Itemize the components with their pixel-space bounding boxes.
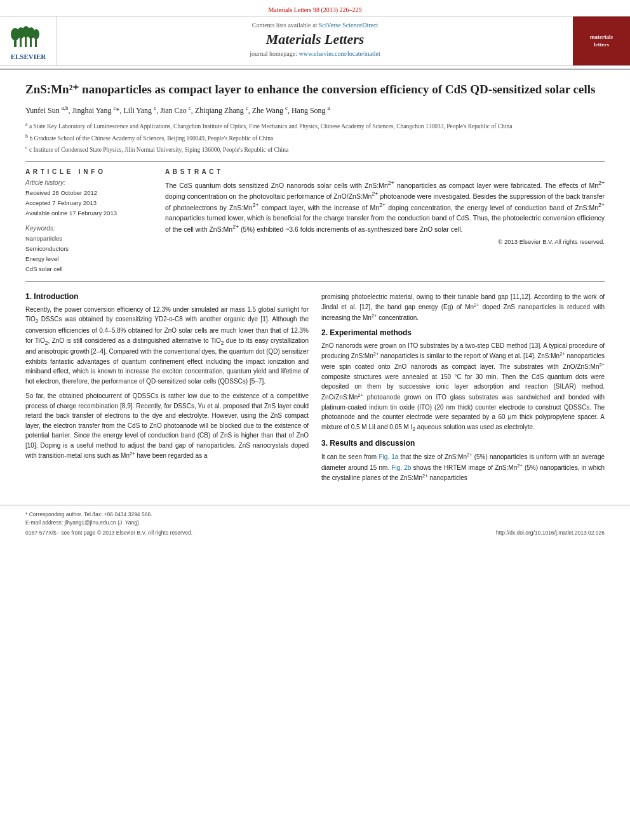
article-authors: Yunfei Sun a,b, Jinghai Yang c*, Lili Ya… — [25, 103, 605, 117]
footer-bottom: 0167-577X/$ - see front page © 2013 Else… — [25, 530, 605, 536]
keyword-2: Semiconductors — [25, 244, 152, 254]
abstract-text: The CdS quantum dots sensitized ZnO nano… — [165, 179, 605, 234]
info-abstract-cols: A R T I C L E I N F O Article history: R… — [25, 168, 605, 275]
affiliations: a a State Key Laboratory of Luminescence… — [25, 121, 605, 154]
keywords-section: Keywords: Nanoparticles Semiconductors E… — [25, 225, 152, 275]
journal-banner: ELSEVIER Contents lists available at Sci… — [0, 16, 630, 66]
keyword-4: CdS solar cell — [25, 264, 152, 274]
elsevier-logo: ELSEVIER — [11, 20, 46, 62]
abstract-col: A B S T R A C T The CdS quantum dots sen… — [165, 168, 605, 275]
accepted-date: Accepted 7 February 2013 — [25, 198, 152, 208]
corresponding-tel: * Corresponding author. Tel./fax: +86 04… — [25, 510, 605, 519]
received-date: Received 28 October 2012 — [25, 188, 152, 198]
intro-paragraph-2: So far, the obtained photocurrent of QDS… — [25, 391, 309, 461]
svg-rect-4 — [25, 37, 27, 47]
article-info-col: A R T I C L E I N F O Article history: R… — [25, 168, 152, 275]
intro-paragraph-1: Recently, the power conversion efficienc… — [25, 305, 309, 387]
section1-title: 1. Introduction — [25, 292, 309, 301]
article-dates: Received 28 October 2012 Accepted 7 Febr… — [25, 188, 152, 218]
keyword-3: Energy level — [25, 254, 152, 264]
copyright: © 2013 Elsevier B.V. All rights reserved… — [165, 238, 605, 245]
affil-b: b b Graduate School of the Chinese Acade… — [25, 133, 605, 143]
elsevier-text: ELSEVIER — [11, 52, 46, 61]
elsevier-tree-icon — [11, 20, 46, 49]
section3-title: 3. Results and discussion — [321, 439, 605, 448]
abstract-header: A B S T R A C T — [165, 168, 605, 175]
issn-text: 0167-577X/$ - see front page © 2013 Else… — [25, 530, 192, 536]
homepage-url[interactable]: www.elsevier.com/locate/matlet — [299, 50, 380, 57]
svg-rect-8 — [35, 39, 37, 47]
affil-a: a a State Key Laboratory of Luminescence… — [25, 121, 605, 131]
affil-c: c c Institute of Condensed State Physics… — [25, 144, 605, 154]
doi-text: http://dx.doi.org/10.1016/j.matlet.2013.… — [496, 530, 605, 536]
journal-cover-text: materials letters — [590, 33, 613, 49]
contents-label: Contents lists available at — [252, 22, 317, 29]
journal-banner-center: Contents lists available at SciVerse Sci… — [57, 17, 573, 65]
section2-text: ZnO nanorods were grown on ITO substrate… — [321, 341, 605, 434]
divider-2 — [25, 281, 605, 282]
divider — [25, 161, 605, 162]
section3-text: It can be seen from Fig. 1a that the siz… — [321, 451, 605, 483]
article-history-label: Article history: — [25, 179, 152, 186]
journal-reference: Materials Letters 98 (2013) 226–229 — [0, 6, 630, 13]
homepage-label: journal homepage: — [250, 50, 297, 57]
main-col-left: 1. Introduction Recently, the power conv… — [25, 292, 309, 489]
intro-paragraph-3: promising photoelectric material, owing … — [321, 292, 605, 323]
article-body: ZnS:Mn²⁺ nanoparticles as compact layer … — [0, 70, 630, 500]
corresponding-author-note: * Corresponding author. Tel./fax: +86 04… — [25, 510, 605, 527]
section2-title: 2. Experimental methods — [321, 328, 605, 337]
journal-homepage: journal homepage: www.elsevier.com/locat… — [64, 50, 566, 57]
article-title: ZnS:Mn²⁺ nanoparticles as compact layer … — [25, 81, 605, 98]
journal-title: Materials Letters — [64, 31, 566, 48]
corresponding-email: E-mail address: jlhyang1@jlnu.edu.cn (J.… — [25, 519, 605, 527]
article-info-header: A R T I C L E I N F O — [25, 168, 152, 175]
sciverse-line: Contents lists available at SciVerse Sci… — [64, 22, 566, 29]
svg-rect-6 — [30, 38, 32, 47]
keyword-1: Nanoparticles — [25, 234, 152, 244]
main-col-right: promising photoelectric material, owing … — [321, 292, 605, 489]
journal-cover-image: materials letters — [573, 17, 630, 65]
journal-header: Materials Letters 98 (2013) 226–229 — [0, 0, 630, 70]
svg-point-9 — [33, 29, 39, 39]
article-page: Materials Letters 98 (2013) 226–229 — [0, 0, 630, 840]
main-text-cols: 1. Introduction Recently, the power conv… — [25, 292, 605, 489]
page-footer: * Corresponding author. Tel./fax: +86 04… — [0, 505, 630, 540]
sciverse-link[interactable]: SciVerse ScienceDirect — [319, 22, 379, 29]
keywords-list: Nanoparticles Semiconductors Energy leve… — [25, 234, 152, 275]
elsevier-logo-container: ELSEVIER — [0, 17, 57, 65]
available-date: Available online 17 February 2013 — [25, 208, 152, 218]
keywords-label: Keywords: — [25, 225, 152, 232]
svg-rect-2 — [20, 38, 22, 47]
